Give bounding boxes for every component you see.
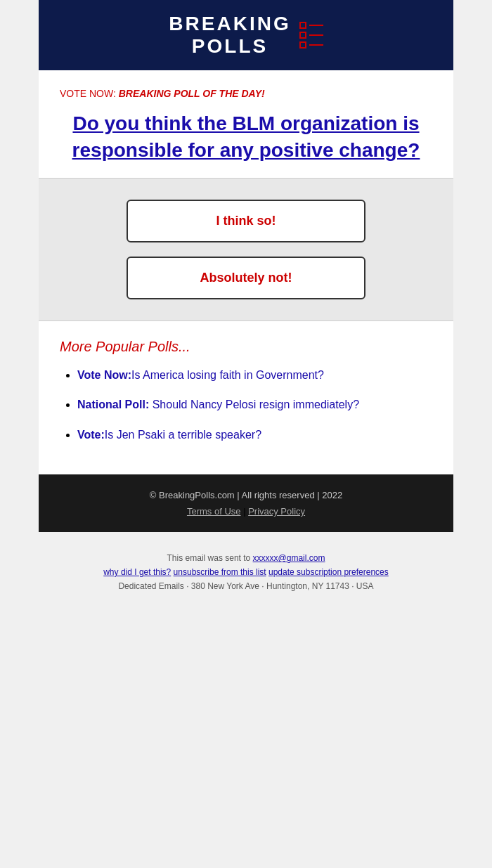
poll-prefix-2: National Poll: [77, 399, 149, 410]
sent-text: This email was sent to [167, 553, 253, 563]
unsub-link[interactable]: unsubscribe from this list [174, 567, 266, 577]
list-item: Vote Now:Is America losing faith in Gove… [77, 368, 432, 383]
yes-button[interactable]: I think so! [127, 200, 365, 242]
icon-row-2 [299, 32, 323, 39]
icon-line [309, 25, 323, 26]
poll-prefix-3: Vote: [77, 429, 105, 441]
list-item: National Poll: Should Nancy Pelosi resig… [77, 397, 432, 413]
footer-links: Terms of Use | Privacy Policy [53, 506, 439, 517]
vote-label-prefix: VOTE NOW: [60, 88, 119, 99]
poll-link-2[interactable]: National Poll: Should Nancy Pelosi resig… [77, 399, 359, 410]
icon-line [309, 34, 323, 36]
footer: © BreakingPolls.com | All rights reserve… [39, 474, 453, 532]
vote-now-section: VOTE NOW: BREAKING POLL OF THE DAY! Do y… [39, 70, 453, 179]
no-button[interactable]: Absolutely not! [127, 257, 365, 299]
email-address[interactable]: xxxxxx@gmail.com [253, 553, 325, 563]
logo: BREAKING POLLS [169, 13, 323, 58]
terms-link[interactable]: Terms of Use [187, 506, 241, 517]
brand-name: BREAKING POLLS [169, 13, 290, 58]
icon-line [309, 44, 323, 46]
update-link[interactable]: update subscription preferences [268, 567, 389, 577]
icon-square [299, 22, 306, 29]
poll-link-3[interactable]: Vote:Is Jen Psaki a terrible speaker? [77, 429, 261, 441]
privacy-link[interactable]: Privacy Policy [248, 506, 305, 517]
poll-prefix-1: Vote Now: [77, 369, 131, 381]
icon-square [299, 41, 306, 48]
address-row: Dedicated Emails · 380 New York Ave · Hu… [14, 581, 478, 591]
outer-wrapper: BREAKING POLLS [0, 0, 492, 605]
polls-list: Vote Now:Is America losing faith in Gove… [60, 368, 432, 443]
logo-icon [299, 22, 323, 48]
vote-label: VOTE NOW: BREAKING POLL OF THE DAY! [60, 88, 432, 99]
why-link[interactable]: why did I get this? [103, 567, 171, 577]
list-item: Vote:Is Jen Psaki a terrible speaker? [77, 427, 432, 443]
more-polls-section: More Popular Polls... Vote Now:Is Americ… [39, 320, 453, 474]
icon-square [299, 32, 306, 39]
header: BREAKING POLLS [39, 0, 453, 70]
poll-link-1[interactable]: Vote Now:Is America losing faith in Gove… [77, 369, 324, 381]
poll-question: Do you think the BLM organization is res… [60, 110, 432, 164]
icon-row-1 [299, 22, 323, 29]
email-container: BREAKING POLLS [39, 0, 453, 532]
vote-label-emphasis: BREAKING POLL OF THE DAY! [119, 88, 265, 99]
unsub-row: why did I get this? unsubscribe from thi… [14, 567, 478, 577]
buttons-section: I think so! Absolutely not! [39, 179, 453, 320]
footer-copyright: © BreakingPolls.com | All rights reserve… [53, 490, 439, 500]
more-polls-title: More Popular Polls... [60, 339, 432, 355]
email-footer: This email was sent to xxxxxx@gmail.com … [0, 532, 492, 605]
email-sent-row: This email was sent to xxxxxx@gmail.com [14, 553, 478, 563]
icon-row-3 [299, 41, 323, 48]
